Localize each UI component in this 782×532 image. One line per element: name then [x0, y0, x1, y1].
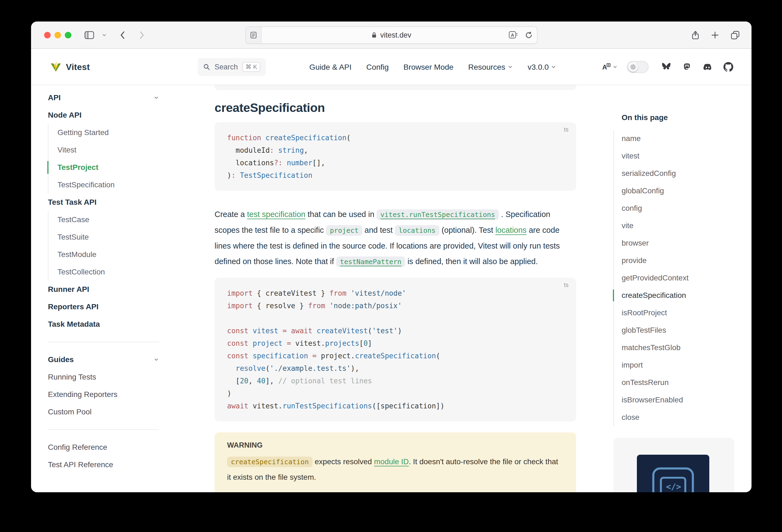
nav-item-browser-mode[interactable]: Browser Mode — [403, 63, 454, 72]
share-button[interactable] — [689, 22, 701, 49]
theme-toggle[interactable] — [627, 61, 648, 73]
sidebar-item-config-reference[interactable]: Config Reference — [48, 438, 179, 456]
sidebar-item-testcollection[interactable]: TestCollection — [58, 263, 179, 281]
toc-item-globtestfiles[interactable]: globTestFiles — [621, 322, 741, 339]
toc-item-globalconfig[interactable]: globalConfig — [621, 182, 741, 200]
link-locations[interactable]: locations — [495, 226, 526, 235]
nav-item-resources[interactable]: Resources — [468, 63, 513, 72]
search-shortcut: ⌘ K — [242, 62, 260, 72]
code-line: locations?: number[], — [227, 156, 564, 169]
inline-code-project: project — [326, 225, 362, 236]
zoom-button[interactable] — [65, 32, 71, 38]
new-tab-button[interactable] — [709, 22, 721, 49]
code-line: ): TestSpecification — [227, 169, 564, 182]
minimize-button[interactable] — [55, 32, 61, 38]
back-button[interactable] — [116, 22, 129, 49]
chevron-down-icon — [153, 95, 159, 101]
toc-item-vitest[interactable]: vitest — [621, 147, 741, 165]
sidebar-item-extending-reporters[interactable]: Extending Reporters — [48, 386, 179, 403]
sponsor-ad[interactable]: </> — [613, 438, 734, 492]
url-text: vitest.dev — [380, 31, 411, 39]
discord-icon — [703, 62, 713, 72]
address-bar[interactable]: vitest.dev A — [245, 26, 537, 44]
close-button[interactable] — [44, 32, 51, 38]
site-header: Vitest Search ⌘ K Guide & APIConfigBrows… — [31, 49, 751, 85]
sidebar-item-task-metadata[interactable]: Task Metadata — [48, 316, 179, 333]
code-line: import { resolve } from 'node:path/posix… — [227, 299, 564, 312]
sidebar-nav: APINode APIGetting StartedVitestTestProj… — [31, 85, 179, 492]
toc-item-isrootproject[interactable]: isRootProject — [621, 304, 741, 322]
sidebar-item-testsuite[interactable]: TestSuite — [58, 228, 179, 246]
url-display: vitest.dev — [246, 27, 537, 43]
code-link-testnamepattern[interactable]: testNamePattern — [336, 256, 405, 267]
github-icon — [723, 62, 733, 72]
code-line: ) — [227, 387, 564, 400]
sidebar-nested-group: TestCaseTestSuiteTestModuleTestCollectio… — [48, 211, 179, 281]
sidebar-item-runner-api[interactable]: Runner API — [48, 281, 179, 298]
toc-item-createspecification[interactable]: createSpecification — [621, 287, 741, 304]
sidebar-divider — [48, 429, 159, 430]
vitest-logo-icon — [50, 61, 62, 73]
toc-item-name[interactable]: name — [621, 130, 741, 147]
github-link[interactable] — [723, 61, 734, 73]
nav-item-v3-0-0[interactable]: v3.0.0 — [528, 63, 557, 72]
code-line: await vitest.runTestSpecifications([spec… — [227, 400, 564, 412]
code-line: resolve('./example.test.ts'), — [227, 362, 564, 375]
toc-item-provide[interactable]: provide — [621, 252, 741, 269]
sidebar-item-test-api-reference[interactable]: Test API Reference — [48, 456, 179, 473]
sidebar-item-test-task-api[interactable]: Test Task API — [48, 193, 179, 211]
vitest-logo[interactable]: Vitest — [50, 49, 90, 85]
toc-item-config[interactable]: config — [621, 200, 741, 217]
search-button[interactable]: Search ⌘ K — [198, 58, 266, 76]
plus-icon — [711, 31, 719, 39]
sidebar-icon — [84, 31, 94, 39]
discord-link[interactable] — [702, 61, 713, 73]
mastodon-link[interactable] — [681, 61, 693, 73]
theme-toggle-knob — [629, 62, 638, 72]
sidebar-item-getting-started[interactable]: Getting Started — [58, 124, 179, 141]
toc-active-marker — [613, 289, 614, 302]
bluesky-link[interactable] — [661, 61, 672, 73]
sidebar-item-reporters-api[interactable]: Reporters API — [48, 298, 179, 316]
sidebar-toggle-button[interactable] — [83, 22, 95, 49]
reload-button[interactable] — [525, 31, 533, 39]
svg-text:A: A — [511, 33, 514, 38]
share-icon — [691, 30, 700, 40]
toc-item-isbrowserenabled[interactable]: isBrowserEnabled — [621, 391, 741, 409]
toc-item-getprovidedcontext[interactable]: getProvidedContext — [621, 269, 741, 287]
toc-item-ontestsrerun[interactable]: onTestsRerun — [621, 374, 741, 391]
toc-item-close[interactable]: close — [621, 409, 741, 426]
toolbar-chevron-button[interactable] — [100, 22, 109, 49]
browser-window: vitest.dev A — [31, 22, 751, 492]
sidebar-item-testspecification[interactable]: TestSpecification — [58, 176, 179, 193]
code-search-icon: </> — [650, 464, 696, 492]
sidebar-item-api[interactable]: API — [48, 89, 159, 106]
toc-item-matchestestglob[interactable]: matchesTestGlob — [621, 339, 741, 356]
translate-icon[interactable]: A — [509, 31, 518, 39]
nav-item-guide-api[interactable]: Guide & API — [309, 63, 352, 72]
sidebar-item-vitest[interactable]: Vitest — [58, 141, 179, 159]
inline-code-locations: locations — [395, 225, 439, 236]
sidebar-item-custom-pool[interactable]: Custom Pool — [48, 403, 179, 421]
sidebar-item-running-tests[interactable]: Running Tests — [48, 368, 179, 386]
sidebar-divider — [48, 342, 159, 342]
code-line: const project = vitest.projects[0] — [227, 337, 564, 350]
link-module-id[interactable]: module ID — [374, 457, 409, 466]
code-link-vitest-runtestspecifications[interactable]: vitest.runTestSpecifications — [377, 209, 499, 220]
toc-item-browser[interactable]: browser — [621, 235, 741, 252]
page-title: createSpecification — [215, 101, 576, 115]
toc-item-import[interactable]: import — [621, 356, 741, 374]
toc-item-vite[interactable]: vite — [621, 217, 741, 235]
sidebar-item-testcase[interactable]: TestCase — [58, 211, 179, 228]
forward-button[interactable] — [136, 22, 148, 49]
language-menu-button[interactable]: A — [602, 62, 617, 72]
sidebar-item-guides[interactable]: Guides — [48, 351, 159, 368]
code-block-signature: ts function createSpecification( moduleI… — [215, 122, 576, 191]
sidebar-item-node-api[interactable]: Node API — [48, 106, 179, 124]
nav-item-config[interactable]: Config — [366, 63, 389, 72]
sidebar-item-testmodule[interactable]: TestModule — [58, 246, 179, 263]
toc-item-serializedconfig[interactable]: serializedConfig — [621, 165, 741, 182]
link-test-specification[interactable]: test specification — [247, 210, 305, 219]
sidebar-item-testproject[interactable]: TestProject — [58, 159, 179, 176]
tabs-overview-button[interactable] — [728, 22, 742, 49]
